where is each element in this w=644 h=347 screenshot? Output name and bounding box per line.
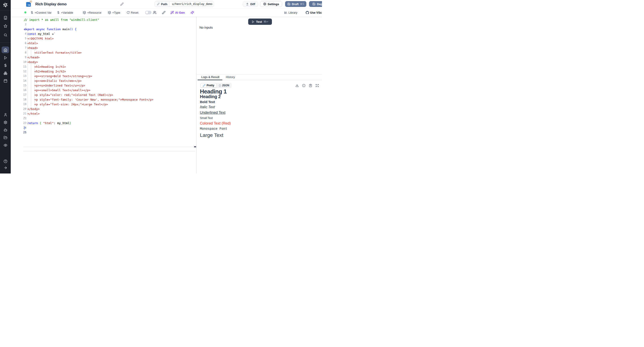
collaborators-users-icon[interactable]	[153, 8, 156, 16]
play-icon	[252, 20, 254, 23]
tab-history[interactable]: History	[226, 74, 235, 80]
draft-shortcut: ⌘S	[300, 2, 304, 6]
result-tabs: Logs & Result History	[196, 74, 322, 80]
code-line: <!DOCTYPE html>	[28, 36, 54, 41]
sidebar-item-settings-gear[interactable]	[2, 119, 9, 126]
bot-icon	[4, 128, 8, 132]
result-view-toggle: Pretty {} JSON	[200, 83, 232, 88]
code-line: <h1>Heading 1</h1>	[34, 64, 66, 69]
sidebar-item-eye[interactable]	[2, 142, 9, 148]
line-number: 5	[11, 36, 26, 41]
sidebar-item-home[interactable]	[2, 46, 9, 53]
info-circle-icon[interactable]	[301, 84, 306, 88]
code-line: `	[24, 116, 26, 121]
code-line: // import * as wmill from "windmill-clie…	[24, 18, 99, 22]
magic-wand-icon	[170, 11, 174, 14]
clipboard-copy-icon[interactable]	[308, 84, 313, 88]
add-context-var-button[interactable]: +Context Var	[30, 8, 52, 16]
expand-icon[interactable]	[314, 84, 320, 88]
arrow-right-icon	[4, 166, 8, 170]
sidebar-item-user[interactable]	[2, 111, 9, 118]
path-label-section[interactable]: Path	[155, 1, 170, 7]
indent-guide	[31, 88, 31, 92]
sidebar-item-arrow-right[interactable]	[2, 164, 9, 171]
logs-result-panel: Logs & Result History Pretty {} JSON	[196, 74, 322, 174]
path-value[interactable]: u/henri/rich_display_demo	[170, 1, 214, 7]
rendered-underline-text: Underlined Text	[200, 110, 226, 115]
sidebar-item-calendar[interactable]	[2, 77, 9, 84]
json-view-button[interactable]: {} JSON	[217, 83, 231, 88]
indent-guide	[31, 50, 31, 55]
line-number: 11	[11, 64, 26, 69]
indent-guide	[31, 97, 31, 102]
github-icon	[306, 11, 309, 14]
sidebar-item-play[interactable]	[2, 54, 9, 61]
active-tab-underline	[198, 80, 222, 80]
line-number: 25	[11, 130, 26, 135]
sidebar-item-dollar-sign[interactable]	[2, 62, 9, 69]
save-draft-button[interactable]: Draft ⌘S	[285, 1, 306, 7]
play-icon	[4, 56, 8, 60]
settings-button[interactable]: Settings	[260, 1, 282, 7]
code-line: <body>	[28, 60, 38, 64]
code-line: </head>	[28, 55, 40, 60]
sidebar-item-star[interactable]	[2, 22, 9, 29]
indent-guide	[28, 74, 28, 78]
line-number: 18	[11, 97, 26, 102]
pretty-view-button[interactable]: Pretty	[200, 83, 216, 88]
indent-guide	[31, 92, 31, 97]
reset-icon	[126, 11, 130, 14]
rendered-bold-text: Bold Text	[200, 100, 215, 104]
sidebar-item-boxes[interactable]	[2, 70, 9, 76]
edit-summary-pencil-icon[interactable]	[120, 2, 124, 7]
ai-gen-button[interactable]: AI Gen	[170, 8, 185, 16]
sidebar-item-building[interactable]	[2, 14, 9, 21]
path-label: Path	[161, 2, 167, 6]
calendar-icon	[4, 79, 8, 83]
reset-button[interactable]: Reset	[126, 8, 138, 16]
add-variable-button[interactable]: +Variable	[57, 8, 73, 16]
indent-guide	[28, 83, 28, 88]
diff-button[interactable]: Diff	[243, 1, 258, 7]
sidebar-item-search[interactable]	[2, 32, 9, 38]
format-brush-icon[interactable]	[162, 8, 166, 16]
deploy-button[interactable]: Deploy	[309, 1, 322, 7]
add-resource-button[interactable]: +Resource	[83, 8, 101, 16]
home-icon	[4, 48, 8, 52]
use-vscode-button[interactable]: Use VScode	[306, 8, 322, 16]
gear-icon	[263, 2, 266, 6]
code-line: <p><small>Small Text</small></p>	[34, 88, 90, 92]
sidebar-item-folder-open[interactable]	[2, 134, 9, 141]
indent-guide	[28, 50, 28, 55]
diff-mode-toggle[interactable]	[145, 11, 152, 14]
run-panel: Test ⌘↵ No inputs	[196, 17, 322, 74]
line-number: 23	[11, 121, 26, 126]
sidebar-item-bot[interactable]	[2, 126, 9, 133]
windmill-logo-icon[interactable]	[3, 2, 8, 8]
code-line: <title>Text Formats</title>	[34, 50, 82, 55]
path-field[interactable]: Path u/henri/rich_display_demo	[154, 1, 214, 7]
code-line: }	[24, 126, 26, 130]
add-type-button[interactable]: +Type	[108, 8, 120, 16]
indent-guide	[31, 78, 31, 83]
code-line: <p style="font-family: 'Courier New', mo…	[34, 97, 154, 102]
indent-guide	[31, 69, 31, 74]
code-line: <html>	[28, 41, 38, 46]
save-icon	[312, 2, 316, 6]
sidebar-divider	[0, 10, 11, 10]
test-run-button[interactable]: Test ⌘↵	[248, 18, 272, 25]
package-icon	[108, 11, 111, 14]
sidebar-item-help-circle[interactable]	[2, 158, 9, 164]
current-line-highlight	[23, 147, 195, 151]
library-button[interactable]: Library	[284, 8, 298, 16]
indent-guide	[28, 64, 28, 69]
code-line: </body>	[28, 107, 40, 111]
line-number: 19	[11, 102, 26, 107]
code-editor[interactable]: 1234567891011121314151617181920212223242…	[11, 17, 196, 174]
sparkles-icon[interactable]	[190, 8, 194, 16]
code-line: </html>	[28, 111, 40, 116]
building-icon	[4, 16, 8, 20]
package-icon	[83, 11, 86, 14]
download-icon[interactable]	[294, 84, 300, 88]
rendered-h2-text: Heading 2	[200, 94, 221, 99]
